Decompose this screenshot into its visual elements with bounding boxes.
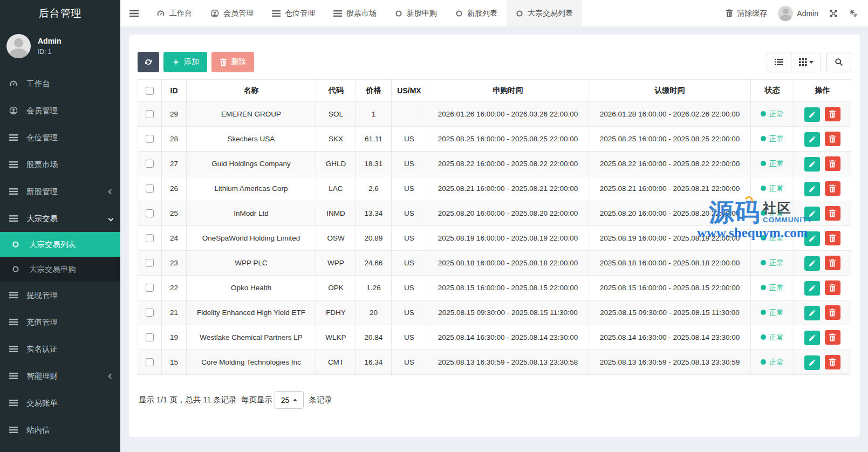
delete-row-button[interactable]: [825, 355, 840, 369]
table-row: 19 Westlake Chemical Partners LP WLKP 20…: [138, 325, 851, 350]
row-price: 61.11: [356, 127, 392, 152]
row-market: US: [392, 152, 427, 176]
sidebar-item-10[interactable]: 充值管理: [0, 309, 120, 335]
row-market: US: [392, 201, 427, 226]
pencil-icon: [809, 235, 816, 242]
trash-icon: [829, 358, 836, 366]
nav-tab-6[interactable]: 新股列表: [446, 0, 507, 26]
row-name: Opko Health: [187, 276, 316, 300]
row-checkbox[interactable]: [146, 110, 154, 118]
fullscreen-icon: [829, 9, 838, 18]
row-checkbox[interactable]: [146, 234, 154, 242]
select-all-checkbox[interactable]: [146, 87, 154, 95]
edit-row-button[interactable]: [804, 207, 820, 221]
sidebar-item-12[interactable]: 智能理财: [0, 362, 120, 389]
row-code: OPK: [316, 276, 356, 300]
sidebar-item-2[interactable]: 会员管理: [0, 97, 120, 124]
col-status: 状态: [751, 80, 794, 102]
edit-row-button[interactable]: [804, 107, 820, 122]
edit-row-button[interactable]: [804, 355, 820, 370]
row-checkbox[interactable]: [146, 184, 154, 193]
nav-tab-7[interactable]: 大宗交易列表: [507, 0, 582, 26]
row-pay-time: 2025.08.22 16:00:00 - 2025.08.22 22:00:0…: [589, 152, 751, 176]
col-id: ID: [162, 80, 187, 102]
columns-dropdown-button[interactable]: [791, 52, 821, 72]
row-market: US: [392, 276, 427, 300]
sidebar-item-13[interactable]: 交易账单: [0, 389, 120, 416]
row-checkbox[interactable]: [146, 160, 154, 168]
sidebar-item-4[interactable]: 股票市场: [0, 151, 120, 178]
row-checkbox[interactable]: [146, 209, 154, 217]
delete-row-button[interactable]: [825, 181, 840, 196]
records-table: ID 名称 代码 价格 US/MX 申购时间 认缴时间 状态 操作 29: [138, 79, 851, 375]
sidebar-item-9[interactable]: 提现管理: [0, 282, 120, 309]
row-subscribe-time: 2025.08.15 09:30:00 - 2025.08.15 11:30:0…: [427, 300, 589, 325]
list-view-button[interactable]: [767, 52, 791, 72]
trash-icon: [829, 135, 836, 143]
delete-row-button[interactable]: [825, 305, 840, 320]
add-button[interactable]: ＋ 添加: [163, 52, 207, 72]
clear-cache-label: 清除缓存: [737, 9, 767, 18]
delete-row-button[interactable]: [825, 231, 840, 245]
row-checkbox[interactable]: [146, 259, 154, 267]
nav-tab-1[interactable]: 工作台: [147, 0, 201, 26]
pencil-icon: [809, 260, 816, 267]
edit-row-button[interactable]: [804, 306, 820, 320]
sidebar-toggle-button[interactable]: [120, 0, 147, 26]
refresh-button[interactable]: [138, 52, 159, 72]
nav-tab-3[interactable]: 仓位管理: [263, 0, 324, 26]
fullscreen-button[interactable]: [829, 9, 838, 18]
edit-row-button[interactable]: [804, 231, 820, 246]
sidebar-item-8[interactable]: 大宗交易申购: [0, 257, 120, 282]
settings-button[interactable]: [849, 9, 858, 18]
edit-row-button[interactable]: [804, 182, 820, 196]
sidebar-item-5[interactable]: 新股管理: [0, 178, 120, 205]
search-button[interactable]: [826, 52, 851, 72]
sidebar-item-14[interactable]: 站内信: [0, 416, 120, 443]
sidebar-item-3[interactable]: 仓位管理: [0, 124, 120, 151]
delete-row-button[interactable]: [825, 206, 840, 221]
row-ops: [794, 300, 851, 325]
nav-tab-5[interactable]: 新股申购: [386, 0, 446, 26]
clear-cache-button[interactable]: 清除缓存: [726, 9, 767, 18]
sidebar-item-1[interactable]: 工作台: [0, 70, 120, 97]
edit-row-button[interactable]: [804, 331, 820, 345]
row-subscribe-time: 2025.08.15 16:00:00 - 2025.08.15 22:00:0…: [427, 276, 589, 300]
row-market: US: [392, 176, 427, 201]
row-ops: [794, 152, 851, 176]
row-subscribe-time: 2026.01.26 16:00:00 - 2026.03.26 22:00:0…: [427, 102, 589, 127]
delete-row-button[interactable]: [825, 156, 840, 171]
circle-icon: [12, 240, 23, 249]
page-size-select[interactable]: 25: [275, 391, 304, 409]
sidebar-item-11[interactable]: 实名认证: [0, 335, 120, 362]
user-icon: [9, 106, 20, 115]
row-checkbox[interactable]: [146, 135, 154, 143]
nav-tab-label: 仓位管理: [285, 9, 315, 18]
row-checkbox[interactable]: [146, 284, 154, 292]
row-id: 24: [162, 226, 187, 251]
nav-tab-2[interactable]: 会员管理: [201, 0, 263, 26]
delete-row-button[interactable]: [825, 256, 840, 270]
edit-row-button[interactable]: [804, 256, 820, 271]
row-ops: [794, 350, 851, 375]
delete-row-button[interactable]: [825, 132, 840, 146]
sidebar-item-label: 站内信: [26, 425, 50, 435]
delete-row-button[interactable]: [825, 107, 840, 121]
row-checkbox[interactable]: [146, 333, 154, 341]
delete-row-button[interactable]: [825, 330, 840, 345]
sidebar-item-label: 会员管理: [26, 106, 58, 116]
row-name: Guid Holdings Company: [187, 152, 316, 176]
row-checkbox[interactable]: [146, 309, 154, 317]
edit-row-button[interactable]: [804, 132, 820, 147]
edit-row-button[interactable]: [804, 281, 820, 296]
row-checkbox[interactable]: [146, 358, 154, 366]
sidebar-item-7[interactable]: 大宗交易列表: [0, 232, 120, 257]
delete-row-button[interactable]: [825, 280, 840, 295]
delete-button[interactable]: 删除: [211, 52, 254, 72]
row-ops: [794, 127, 851, 152]
sidebar-item-6[interactable]: 大宗交易: [0, 205, 120, 232]
user-menu[interactable]: Admin: [778, 6, 818, 21]
edit-row-button[interactable]: [804, 157, 820, 172]
row-status: 正常: [751, 300, 794, 325]
nav-tab-4[interactable]: 股票市场: [324, 0, 386, 26]
